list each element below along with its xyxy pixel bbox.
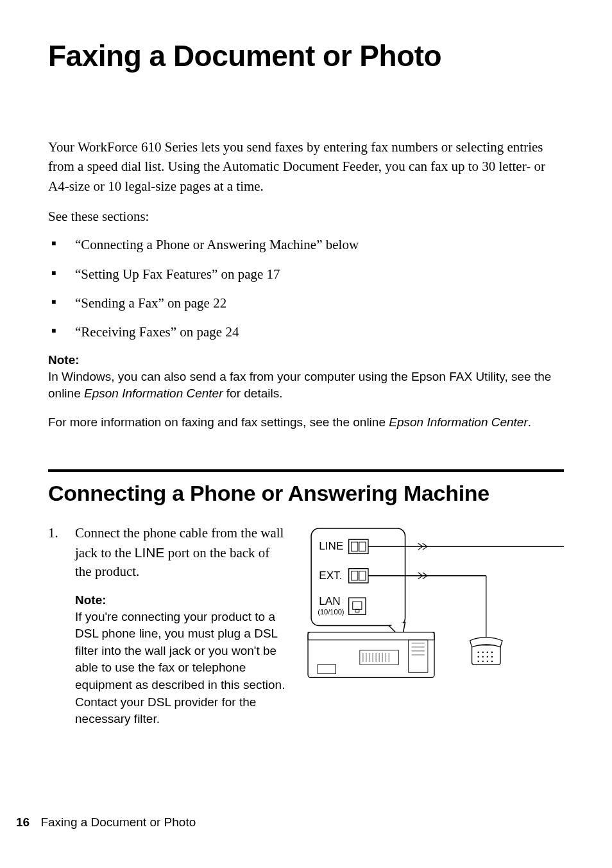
svg-point-38 xyxy=(487,656,488,657)
list-item: “Connecting a Phone or Answering Machine… xyxy=(48,236,564,254)
note-body: If you're connecting your product to a D… xyxy=(75,609,285,728)
note-text: for details. xyxy=(223,386,283,400)
note-label: Note: xyxy=(75,593,285,607)
section-heading: Connecting a Phone or Answering Machine xyxy=(48,481,564,506)
diagram-label-lan-sub: (10/100) xyxy=(318,609,344,616)
page-title: Faxing a Document or Photo xyxy=(48,39,564,73)
intro-paragraph: Your WorkForce 610 Series lets you send … xyxy=(48,137,564,196)
svg-point-40 xyxy=(477,661,479,662)
svg-point-36 xyxy=(477,656,479,657)
step-row: 1. Connect the phone cable from the wall… xyxy=(48,524,564,727)
note-body: In Windows, you can also send a fax from… xyxy=(48,369,564,403)
svg-point-37 xyxy=(482,656,484,657)
step-item: 1. Connect the phone cable from the wall… xyxy=(48,524,285,581)
step-note: Note: If you're connecting your product … xyxy=(48,593,285,728)
diagram-label-lan: LAN xyxy=(319,595,340,608)
list-item: “Setting Up Fax Features” on page 17 xyxy=(48,266,564,283)
section-divider xyxy=(48,469,564,472)
phone-icon xyxy=(470,638,502,664)
svg-point-34 xyxy=(487,652,488,653)
more-info-b: . xyxy=(528,415,531,429)
step-list: 1. Connect the phone cable from the wall… xyxy=(48,524,285,581)
diagram-label-ext: EXT. xyxy=(319,569,342,582)
note-italic: Epson Information Center xyxy=(84,386,223,400)
more-info-a: For more information on faxing and fax s… xyxy=(48,415,389,429)
list-item: “Receiving Faxes” on page 24 xyxy=(48,324,564,341)
footer-title: Faxing a Document or Photo xyxy=(40,815,196,829)
page-number: 16 xyxy=(16,815,30,829)
note-label: Note: xyxy=(48,353,564,367)
svg-rect-31 xyxy=(472,645,500,664)
list-item: “Sending a Fax” on page 22 xyxy=(48,295,564,312)
svg-point-32 xyxy=(477,652,479,653)
svg-point-42 xyxy=(487,661,488,662)
svg-point-35 xyxy=(491,652,493,653)
more-info-text: For more information on faxing and fax s… xyxy=(48,414,564,431)
diagram-svg: LINE EXT. LAN (10/100) xyxy=(305,525,564,694)
bullet-list: “Connecting a Phone or Answering Machine… xyxy=(48,236,564,341)
svg-point-39 xyxy=(491,656,493,657)
diagram-label-line: LINE xyxy=(319,540,343,553)
svg-point-43 xyxy=(491,661,493,662)
page-footer: 16 Faxing a Document or Photo xyxy=(16,815,196,829)
step-number: 1. xyxy=(48,524,58,542)
see-sections-text: See these sections: xyxy=(48,209,564,225)
step-body: Connect the phone cable from the wall ja… xyxy=(75,525,284,579)
more-info-italic: Epson Information Center xyxy=(389,415,528,429)
svg-point-41 xyxy=(482,661,484,662)
svg-point-33 xyxy=(482,652,484,653)
step-text-column: 1. Connect the phone cable from the wall… xyxy=(48,524,285,727)
connection-diagram: LINE EXT. LAN (10/100) xyxy=(305,524,564,727)
step-line-word: LINE xyxy=(135,545,165,560)
